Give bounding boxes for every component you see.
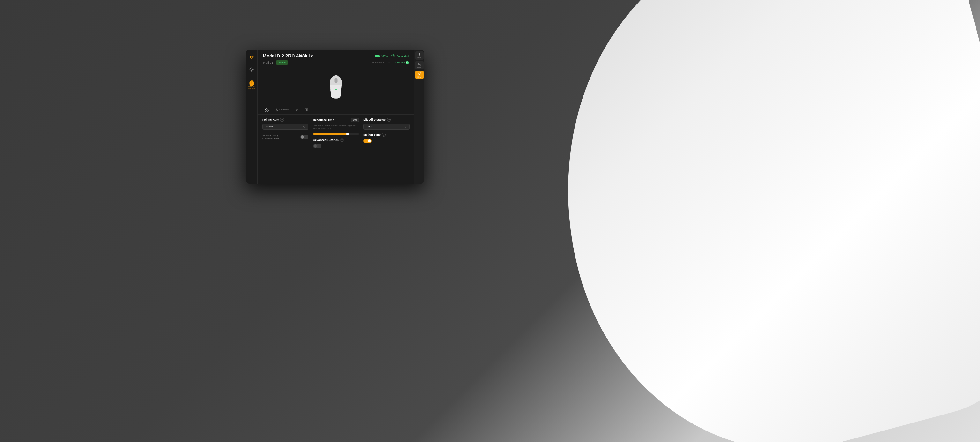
undo-label: Undo bbox=[417, 66, 422, 69]
svg-rect-20 bbox=[306, 110, 307, 111]
action-buttons-panel: More Undo Save bbox=[414, 49, 424, 184]
sidebar-device-item[interactable]: Model D 2 PRO 4k/8k bbox=[248, 78, 255, 89]
profile-section: Profile 1 Active bbox=[263, 61, 288, 64]
svg-point-8 bbox=[393, 56, 394, 57]
polling-rate-value: 1000 Hz bbox=[265, 125, 275, 128]
lift-off-chevron-icon bbox=[404, 126, 407, 128]
motion-sync-header: Motion Sync ? bbox=[363, 133, 410, 137]
polling-rate-title: Polling Rate bbox=[262, 118, 279, 121]
debounce-slider[interactable] bbox=[313, 134, 359, 135]
svg-point-1 bbox=[251, 69, 252, 70]
svg-rect-4 bbox=[251, 80, 253, 81]
more-button[interactable]: More bbox=[415, 51, 424, 60]
motion-sync-title: Motion Sync bbox=[363, 133, 380, 136]
polling-rate-header: Polling Rate ? bbox=[262, 118, 309, 122]
tab-bar: Settings bbox=[258, 106, 414, 115]
device-name: Model D 2 PRO 4k/8kHz bbox=[263, 53, 313, 59]
debounce-title-group: Debounce Time bbox=[313, 118, 334, 122]
save-check-icon bbox=[418, 72, 422, 76]
svg-rect-12 bbox=[329, 87, 331, 89]
battery-info: 100% bbox=[375, 54, 388, 57]
polling-rate-column: Polling Rate ? 1000 Hz Separate polling bbox=[262, 118, 309, 180]
motion-sync-section: Motion Sync ? bbox=[363, 133, 410, 143]
motion-sync-help-icon[interactable]: ? bbox=[382, 133, 386, 137]
debounce-title: Debounce Time bbox=[313, 118, 334, 122]
svg-rect-17 bbox=[305, 109, 306, 110]
lift-off-title: Lift Off Distance bbox=[363, 118, 386, 121]
check-circle-icon bbox=[406, 61, 409, 64]
header: Model D 2 PRO 4k/8kHz 100% bbox=[258, 49, 414, 67]
more-label: More bbox=[417, 57, 422, 59]
gear-tab-icon bbox=[275, 108, 278, 112]
svg-point-0 bbox=[251, 58, 252, 59]
svg-rect-7 bbox=[379, 55, 380, 56]
sidebar-logo-icon[interactable] bbox=[248, 54, 255, 61]
svg-point-9 bbox=[406, 61, 409, 64]
advanced-settings-toggle[interactable] bbox=[313, 144, 321, 148]
active-badge: Active bbox=[276, 61, 288, 64]
undo-icon bbox=[418, 62, 422, 66]
motion-sync-toggle-thumb bbox=[368, 139, 371, 142]
right-column: Lift Off Distance ? 1mm Motion Sync ? bbox=[363, 118, 410, 180]
sidebar: Model D 2 PRO 4k/8k bbox=[246, 49, 258, 184]
lift-off-section: Lift Off Distance ? 1mm bbox=[363, 118, 410, 130]
svg-point-16 bbox=[276, 109, 277, 110]
lift-off-header: Lift Off Distance ? bbox=[363, 118, 410, 122]
battery-percent: 100% bbox=[381, 54, 388, 57]
separate-polling-toggle[interactable] bbox=[300, 135, 309, 139]
tab-home[interactable] bbox=[262, 106, 272, 114]
dropdown-chevron-icon bbox=[303, 126, 305, 128]
undo-button[interactable]: Undo bbox=[415, 61, 424, 69]
separate-polling-label: Separate polling for wired/wireless bbox=[262, 134, 280, 140]
up-to-date-badge: Up to Date bbox=[393, 61, 409, 64]
debounce-value-badge: 8ms bbox=[351, 118, 359, 122]
header-bottom: Profile 1 Active Firmware 1.2.3.4 Up to … bbox=[263, 61, 409, 64]
advanced-settings-section: Advanced Settings ? bbox=[313, 138, 359, 148]
advanced-settings-help-icon[interactable]: ? bbox=[340, 138, 344, 142]
debounce-header: Debounce Time 8ms bbox=[313, 118, 359, 122]
battery-icon bbox=[375, 54, 380, 57]
device-mouse-icon bbox=[248, 78, 255, 85]
polling-rate-dropdown[interactable]: 1000 Hz bbox=[262, 124, 309, 130]
header-top: Model D 2 PRO 4k/8kHz 100% bbox=[263, 53, 409, 59]
slider-thumb[interactable] bbox=[347, 133, 349, 136]
advanced-settings-title: Advanced Settings bbox=[313, 138, 339, 142]
lightning-tab-icon bbox=[295, 108, 298, 112]
debounce-column: Debounce Time 8ms Debounce Time is a del… bbox=[313, 118, 359, 180]
svg-rect-19 bbox=[305, 110, 306, 111]
header-status: 100% Connected bbox=[375, 54, 409, 57]
svg-rect-13 bbox=[329, 89, 331, 91]
lift-off-value: 1mm bbox=[366, 125, 372, 128]
debounce-section: Debounce Time 8ms Debounce Time is a del… bbox=[313, 118, 359, 135]
svg-point-21 bbox=[419, 53, 420, 54]
mouse-illustration bbox=[325, 72, 347, 101]
wifi-icon bbox=[391, 54, 395, 57]
sidebar-gear-icon[interactable] bbox=[248, 66, 255, 73]
motion-sync-toggle[interactable] bbox=[363, 139, 372, 143]
svg-rect-14 bbox=[335, 89, 337, 90]
save-label: Save bbox=[417, 76, 422, 78]
polling-rate-help-icon[interactable]: ? bbox=[280, 118, 284, 122]
svg-rect-6 bbox=[376, 55, 379, 57]
more-dots-icon bbox=[418, 53, 422, 56]
main-content: Model D 2 PRO 4k/8kHz 100% bbox=[258, 49, 414, 184]
lift-off-help-icon[interactable]: ? bbox=[387, 118, 391, 122]
svg-point-22 bbox=[419, 54, 420, 54]
connection-status: Connected bbox=[396, 54, 409, 57]
save-button[interactable]: Save bbox=[415, 70, 424, 79]
grid-tab-icon bbox=[305, 108, 308, 112]
tab-settings[interactable]: Settings bbox=[272, 106, 292, 114]
debounce-description: Debounce Time is a delay in detecting cl… bbox=[313, 124, 359, 130]
tab-settings-label: Settings bbox=[280, 108, 289, 111]
tab-grid[interactable] bbox=[301, 106, 311, 114]
svg-rect-18 bbox=[306, 109, 307, 110]
device-label: Model D 2 PRO 4k/8k bbox=[248, 86, 255, 89]
lift-off-dropdown[interactable]: 1mm bbox=[363, 124, 410, 130]
profile-label: Profile 1 bbox=[263, 61, 274, 64]
tab-lightning[interactable] bbox=[292, 106, 301, 114]
advanced-settings-header: Advanced Settings ? bbox=[313, 138, 359, 142]
slider-fill bbox=[313, 134, 348, 135]
home-tab-icon bbox=[265, 108, 269, 112]
firmware-version: Firmware 1.2.3.4 bbox=[372, 61, 391, 64]
svg-point-23 bbox=[419, 55, 420, 56]
